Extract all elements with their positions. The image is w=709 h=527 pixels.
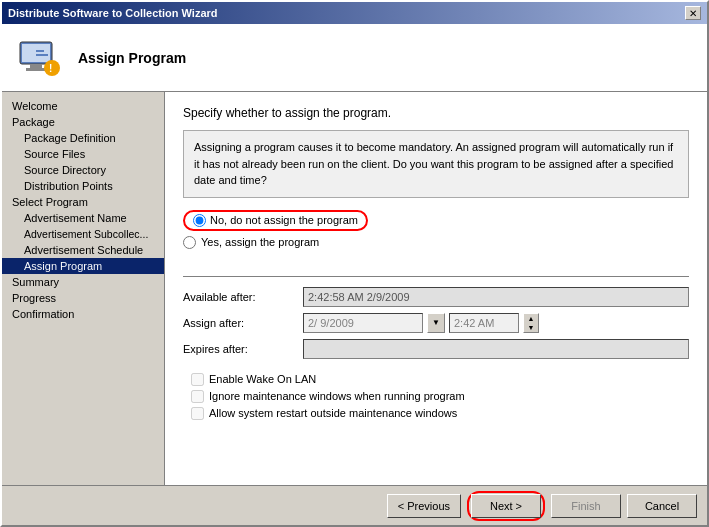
window-title: Distribute Software to Collection Wizard [8, 7, 218, 19]
header-title: Assign Program [78, 50, 186, 66]
assign-after-date-input[interactable] [303, 313, 423, 333]
expires-after-row: Expires after: [183, 339, 689, 359]
sidebar-item-select-program[interactable]: Select Program [2, 194, 164, 210]
main-instruction: Specify whether to assign the program. [183, 106, 689, 120]
next-button-wrapper: Next > [467, 491, 545, 521]
svg-rect-5 [36, 54, 48, 56]
radio-yes-option: Yes, assign the program [183, 236, 689, 249]
checkbox-system-restart-row: Allow system restart outside maintenance… [183, 407, 689, 420]
assign-after-time-input[interactable] [449, 313, 519, 333]
available-after-row: Available after: [183, 287, 689, 307]
assign-after-label: Assign after: [183, 317, 303, 329]
assign-after-date-dropdown[interactable]: ▼ [427, 313, 445, 333]
radio-no-label: No, do not assign the program [210, 214, 358, 226]
available-after-input[interactable] [303, 287, 689, 307]
sidebar-item-advertisement-name[interactable]: Advertisement Name [2, 210, 164, 226]
next-button[interactable]: Next > [471, 494, 541, 518]
info-box: Assigning a program causes it to become … [183, 130, 689, 198]
radio-no-highlighted: No, do not assign the program [183, 210, 368, 231]
sidebar-item-package[interactable]: Package [2, 114, 164, 130]
checkbox-maintenance[interactable] [191, 390, 204, 403]
checkbox-maintenance-row: Ignore maintenance windows when running … [183, 390, 689, 403]
svg-rect-4 [36, 50, 44, 52]
title-bar: Distribute Software to Collection Wizard… [2, 2, 707, 24]
header-icon: ! [16, 34, 64, 82]
content-area: Welcome Package Package Definition Sourc… [2, 92, 707, 485]
radio-yes-label: Yes, assign the program [201, 236, 319, 248]
checkbox-wake-on-lan-row: Enable Wake On LAN [183, 373, 689, 386]
checkbox-maintenance-label: Ignore maintenance windows when running … [209, 390, 465, 402]
checkbox-system-restart[interactable] [191, 407, 204, 420]
svg-rect-3 [26, 68, 46, 71]
sidebar-item-confirmation[interactable]: Confirmation [2, 306, 164, 322]
spacer [183, 365, 689, 373]
cancel-button[interactable]: Cancel [627, 494, 697, 518]
expires-after-input[interactable] [303, 339, 689, 359]
checkbox-system-restart-label: Allow system restart outside maintenance… [209, 407, 457, 419]
sidebar-item-assign-program[interactable]: Assign Program [2, 258, 164, 274]
assign-after-inputs: ▼ ▲ ▼ [303, 313, 689, 333]
assign-after-time-spinner[interactable]: ▲ ▼ [523, 313, 539, 333]
checkbox-wake-on-lan[interactable] [191, 373, 204, 386]
sidebar: Welcome Package Package Definition Sourc… [2, 92, 165, 485]
sidebar-item-distribution-points[interactable]: Distribution Points [2, 178, 164, 194]
svg-text:!: ! [49, 63, 52, 74]
main-window: Distribute Software to Collection Wizard… [0, 0, 709, 527]
sidebar-item-summary[interactable]: Summary [2, 274, 164, 290]
sidebar-item-advertisement-schedule[interactable]: Advertisement Schedule [2, 242, 164, 258]
previous-button[interactable]: < Previous [387, 494, 461, 518]
sidebar-item-source-files[interactable]: Source Files [2, 146, 164, 162]
sidebar-item-advertisement-subcollection[interactable]: Advertisement Subcollec... [2, 226, 164, 242]
checkbox-wake-on-lan-label: Enable Wake On LAN [209, 373, 316, 385]
sidebar-item-progress[interactable]: Progress [2, 290, 164, 306]
radio-no-option: No, do not assign the program [183, 210, 689, 231]
sidebar-item-package-definition[interactable]: Package Definition [2, 130, 164, 146]
bottom-bar: < Previous Next > Finish Cancel [2, 485, 707, 525]
expires-after-label: Expires after: [183, 343, 303, 355]
sidebar-item-source-directory[interactable]: Source Directory [2, 162, 164, 178]
divider [183, 276, 689, 277]
svg-rect-1 [22, 44, 50, 62]
sidebar-item-welcome[interactable]: Welcome [2, 98, 164, 114]
radio-group: No, do not assign the program Yes, assig… [183, 210, 689, 254]
finish-button[interactable]: Finish [551, 494, 621, 518]
close-button[interactable]: ✕ [685, 6, 701, 20]
radio-yes-input[interactable] [183, 236, 196, 249]
radio-no-input[interactable] [193, 214, 206, 227]
svg-rect-2 [30, 64, 42, 68]
main-panel: Specify whether to assign the program. A… [165, 92, 707, 485]
assign-after-row: Assign after: ▼ ▲ ▼ [183, 313, 689, 333]
available-after-label: Available after: [183, 291, 303, 303]
header-panel: ! Assign Program [2, 24, 707, 92]
